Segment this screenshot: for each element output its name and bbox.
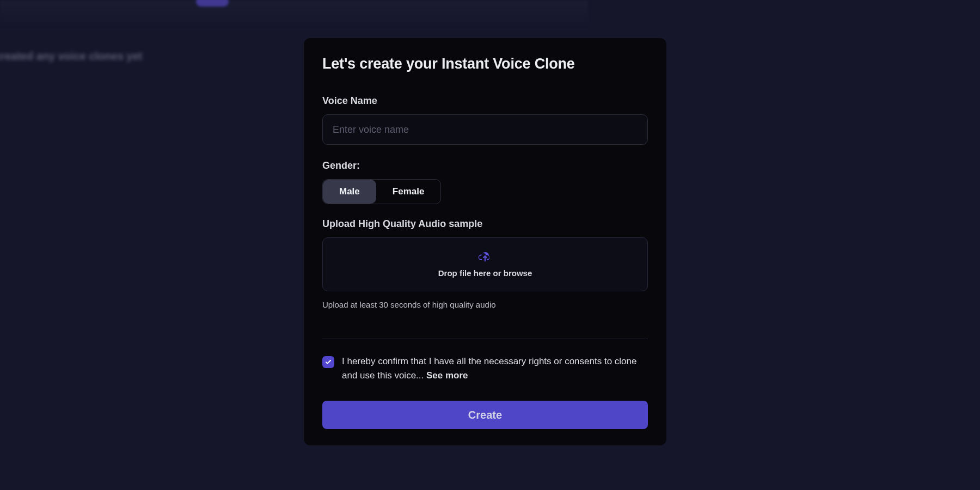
dropzone-text: Drop file here or browse	[438, 268, 532, 278]
background-pill-accent	[196, 0, 229, 7]
voice-name-label: Voice Name	[322, 95, 648, 107]
voice-name-input[interactable]	[322, 114, 648, 145]
see-more-link[interactable]: See more	[426, 370, 468, 381]
upload-label: Upload High Quality Audio sample	[322, 218, 648, 230]
gender-segmented-control: Male Female	[322, 179, 441, 204]
background-top-fade	[0, 0, 588, 27]
divider	[322, 339, 648, 339]
cloud-upload-icon	[477, 250, 493, 263]
gender-option-female[interactable]: Female	[376, 180, 441, 204]
consent-checkbox[interactable]	[322, 356, 334, 368]
audio-dropzone[interactable]: Drop file here or browse	[322, 237, 648, 291]
check-icon	[325, 359, 332, 365]
voice-clone-modal: Let's create your Instant Voice Clone Vo…	[304, 38, 666, 445]
gender-label: Gender:	[322, 160, 648, 171]
upload-hint: Upload at least 30 seconds of high quali…	[322, 300, 648, 309]
gender-option-male[interactable]: Male	[323, 180, 376, 204]
consent-text: I hereby confirm that I have all the nec…	[342, 354, 648, 382]
modal-title: Let's create your Instant Voice Clone	[322, 56, 648, 72]
create-button[interactable]: Create	[322, 401, 648, 429]
consent-row: I hereby confirm that I have all the nec…	[322, 354, 648, 382]
consent-body: I hereby confirm that I have all the nec…	[342, 356, 636, 381]
background-hint-text: created any voice clones yet	[0, 50, 142, 63]
